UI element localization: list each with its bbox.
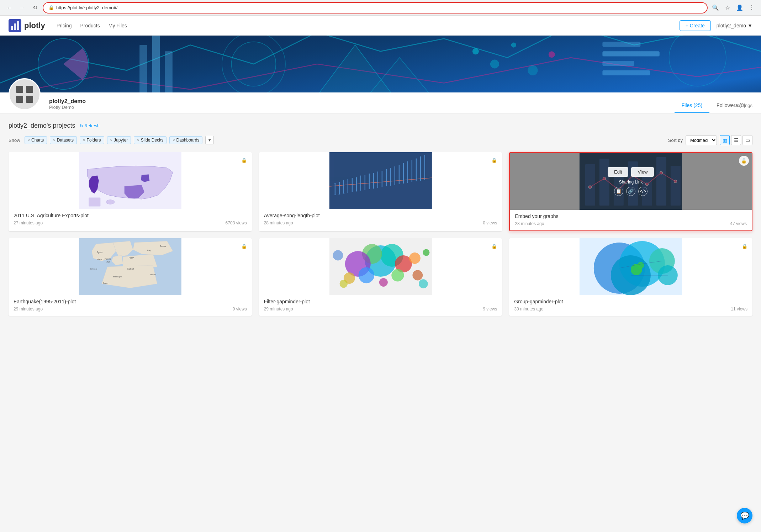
card-bar-chart-meta: 28 minutes ago 0 views (264, 220, 497, 225)
menu-button[interactable]: ⋮ (747, 3, 757, 13)
create-button[interactable]: + Create (680, 20, 711, 31)
card-group-gapminder-meta: 30 minutes ago 11 views (514, 307, 747, 312)
logo[interactable]: plotly (9, 19, 45, 32)
tab-files[interactable]: Files (25) (675, 98, 709, 113)
view-buttons: ▦ ☰ ▭ (720, 135, 752, 145)
hero-banner (0, 36, 761, 92)
bubble-svg (259, 238, 502, 295)
svg-rect-0 (11, 26, 13, 30)
navbar-right: + Create plotly2_demo ▼ (680, 20, 752, 31)
card-group-gapminder-time: 30 minutes ago (514, 307, 543, 312)
sort-label: Sort by (668, 138, 683, 143)
refresh-button[interactable]: ↻ Refresh (80, 123, 100, 128)
show-label: Show (9, 138, 20, 143)
filter-jupyter-label: Jupyter (114, 138, 128, 143)
search-button[interactable]: 🔍 (710, 3, 720, 13)
filter-slidedecks[interactable]: × Slide Decks (134, 136, 167, 144)
svg-text:Sudan: Sudan (127, 267, 134, 270)
filter-slidedecks-close: × (137, 138, 139, 142)
svg-point-100 (379, 278, 387, 287)
sharing-icons: 📋 🔗 </> (614, 187, 648, 196)
link-icon[interactable]: 🔗 (626, 187, 635, 196)
username-display: plotly2_demo (717, 23, 746, 28)
plotly-logo-svg (9, 20, 21, 31)
card-embed[interactable]: Edit View Sharing Link 📋 🔗 </> 🔓 (509, 152, 752, 231)
svg-point-96 (358, 267, 374, 283)
card-filter-gapminder[interactable]: 🔒 Filter-gapminder-plot 29 minutes ago 9… (259, 238, 502, 316)
card-bar-chart-views: 0 views (483, 220, 497, 225)
view-detail-button[interactable]: ▭ (742, 135, 752, 145)
back-button[interactable]: ← (4, 3, 14, 13)
embed-icon[interactable]: </> (638, 187, 648, 196)
card-us-map[interactable]: 🔒 2011 U.S. Agriculture Exports-plot 27 … (9, 152, 252, 231)
user-menu[interactable]: plotly2_demo ▼ (717, 23, 752, 28)
svg-point-98 (412, 270, 423, 281)
reload-button[interactable]: ↻ (30, 3, 40, 13)
overlay-buttons: Edit View (608, 167, 654, 177)
svg-point-112 (638, 262, 644, 268)
svg-rect-26 (26, 96, 33, 103)
filter-slidedecks-label: Slide Decks (141, 138, 163, 143)
filter-dropdown-button[interactable]: ▼ (205, 136, 214, 144)
svg-text:Turkey: Turkey (160, 245, 166, 247)
filter-dashboards[interactable]: × Dashboards (169, 136, 202, 144)
card-embed-info: Embed your graphs 28 minutes ago 47 view… (510, 210, 752, 230)
nav-products[interactable]: Products (80, 21, 100, 30)
filter-charts[interactable]: × Charts (25, 136, 47, 144)
projects-header: plotly2_demo's projects ↻ Refresh (9, 122, 752, 129)
svg-point-12 (472, 48, 479, 54)
show-filters: Show × Charts × Datasets × Folders × Jup… (9, 136, 214, 144)
card-embed-thumbnail: Edit View Sharing Link 📋 🔗 </> 🔓 (510, 153, 752, 210)
filter-datasets-close: × (53, 138, 55, 142)
filter-jupyter[interactable]: × Jupyter (107, 136, 131, 144)
card-filter-gapminder-thumbnail: 🔒 (259, 238, 502, 295)
view-list-button[interactable]: ☰ (731, 135, 741, 145)
card-bar-chart-title: Average-song-length-plot (264, 213, 497, 218)
bar-chart-svg (259, 152, 502, 209)
svg-text:Sudan: Sudan (103, 282, 108, 284)
address-bar[interactable]: 🔒 https://plot.ly/~plotly2_demo#/ (43, 2, 708, 14)
forward-button[interactable]: → (17, 3, 27, 13)
svg-rect-28 (89, 198, 100, 206)
card-embed-lock: 🔓 (739, 156, 749, 166)
card-us-map-title: 2011 U.S. Agriculture Exports-plot (14, 213, 247, 218)
card-us-map-thumbnail: 🔒 (9, 152, 252, 209)
card-filter-gapminder-title: Filter-gapminder-plot (264, 299, 497, 304)
earthquake-svg: Spain Morocco Senegal Tunisia Libya Egyp… (9, 238, 252, 295)
filter-folders[interactable]: × Folders (80, 136, 104, 144)
card-group-gapminder[interactable]: 🔒 Group-gapminder-plot 30 minutes ago 11… (509, 238, 752, 316)
nav-pricing[interactable]: Pricing (57, 21, 72, 30)
svg-point-5 (232, 42, 276, 86)
copy-icon[interactable]: 📋 (614, 187, 623, 196)
edit-button[interactable]: Edit (608, 167, 628, 177)
card-earthquake[interactable]: Spain Morocco Senegal Tunisia Libya Egyp… (9, 238, 252, 316)
profile-button[interactable]: 👤 (735, 3, 745, 13)
svg-point-29 (106, 200, 115, 204)
avatar (9, 78, 41, 110)
card-embed-overlay: Edit View Sharing Link 📋 🔗 </> (510, 153, 752, 210)
svg-point-101 (423, 249, 429, 256)
filter-charts-label: Charts (31, 138, 44, 143)
sharing-label: Sharing Link (614, 180, 648, 185)
card-earthquake-info: Earthquake(1995-2011)-plot 29 minutes ag… (9, 295, 252, 316)
card-bar-chart-time: 28 minutes ago (264, 220, 293, 225)
card-group-gapminder-views: 11 views (731, 307, 747, 312)
view-button[interactable]: View (631, 167, 654, 177)
sort-select[interactable]: Modified Created Name (686, 135, 717, 145)
card-group-gapminder-info: Group-gapminder-plot 30 minutes ago 11 v… (509, 295, 752, 316)
svg-text:Libya: Libya (106, 261, 110, 263)
nav-myfiles[interactable]: My Files (109, 21, 127, 30)
card-earthquake-title: Earthquake(1995-2011)-plot (14, 299, 247, 304)
svg-rect-7 (139, 45, 147, 92)
sharing-section: Sharing Link 📋 🔗 </> (614, 180, 648, 196)
filter-datasets[interactable]: × Datasets (50, 136, 77, 144)
profile-section: plotly2_demo Plotly Demo Files (25) Foll… (0, 92, 761, 113)
svg-point-104 (419, 279, 428, 288)
sort-row: Sort by Modified Created Name ▦ ☰ ▭ (668, 135, 752, 145)
view-grid-button[interactable]: ▦ (720, 135, 730, 145)
card-earthquake-lock: 🔒 (239, 241, 249, 251)
card-bar-chart[interactable]: 🔒 Average-song-length-plot 28 minutes ag… (259, 152, 502, 231)
settings-link[interactable]: Settings (736, 103, 752, 108)
svg-point-16 (549, 51, 555, 58)
bookmark-button[interactable]: ☆ (723, 3, 733, 13)
